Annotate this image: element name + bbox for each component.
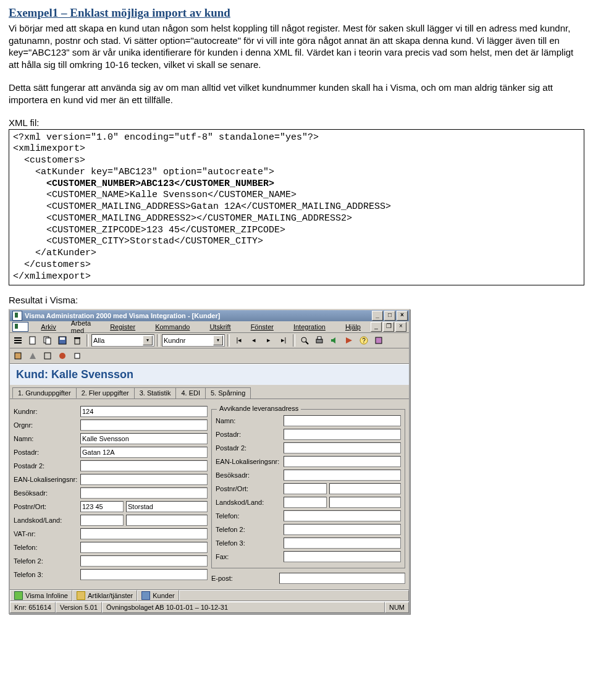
svg-rect-23 [75, 353, 80, 358]
ean-field[interactable] [80, 474, 208, 485]
r-landkod-field[interactable] [284, 497, 327, 508]
tel-label: Telefon: [14, 544, 80, 551]
r-fax-label: Fax: [216, 553, 284, 560]
namn-label: Namn: [14, 435, 80, 442]
menu-arkiv[interactable]: Arkiv [31, 323, 65, 331]
svg-rect-18 [376, 337, 382, 344]
r-tel2-field[interactable] [284, 524, 401, 535]
print-icon[interactable] [313, 334, 326, 347]
tool2-icon5[interactable] [70, 349, 84, 363]
chevron-down-icon: ▾ [213, 335, 223, 345]
r-ort-field[interactable] [329, 483, 401, 494]
tab-sparning[interactable]: 5. Spårning [205, 387, 251, 398]
list-icon[interactable] [11, 334, 25, 347]
land-field[interactable] [126, 515, 208, 526]
minimize-button[interactable]: _ [372, 311, 383, 321]
section-heading: Exempel1 – Enklast möjliga import av kun… [9, 6, 584, 20]
r-tel2-label: Telefon 2: [216, 526, 284, 533]
orgnr-field[interactable] [80, 420, 208, 431]
tel2-field[interactable] [80, 555, 208, 567]
help-icon[interactable]: ? [357, 334, 371, 347]
last-icon[interactable]: ▸| [277, 334, 290, 347]
r-namn-field[interactable] [284, 415, 401, 426]
next-icon[interactable]: ▸ [262, 334, 275, 347]
menu-kommando[interactable]: Kommando [145, 323, 200, 331]
tab-edi[interactable]: 4. EDI [175, 387, 206, 398]
r-besok-field[interactable] [284, 470, 401, 481]
status-knr: Knr: 651614 [10, 602, 56, 613]
tab-statistik[interactable]: 3. Statistik [134, 387, 177, 398]
prev-icon[interactable]: ◂ [247, 334, 261, 347]
search-icon[interactable] [298, 334, 311, 347]
mdi-minimize-button[interactable]: _ [371, 322, 382, 332]
delete-icon[interactable] [70, 334, 84, 347]
r-postadr-field[interactable] [284, 429, 401, 440]
status-tab-kunder[interactable]: Kunder [137, 590, 179, 601]
menu-hjalp[interactable]: Hjälp [335, 323, 371, 331]
record-title: Kund: Kalle Svensson [10, 364, 409, 385]
r-tel-field[interactable] [284, 510, 401, 521]
tel3-field[interactable] [80, 569, 208, 580]
postnr-field[interactable]: 123 45 [80, 501, 124, 512]
ort-field[interactable]: Storstad [126, 501, 208, 512]
r-epost-label: E-post: [211, 575, 279, 582]
postadr-field[interactable]: Gatan 12A [80, 447, 208, 458]
tool2-icon4[interactable] [56, 349, 69, 363]
postadr2-field[interactable] [80, 460, 208, 471]
sort-combo[interactable]: Kundnr▾ [162, 334, 225, 347]
tool2-icon1[interactable] [11, 349, 25, 363]
svg-rect-13 [318, 337, 321, 339]
tool2-icon3[interactable] [41, 349, 54, 363]
group-label: Avvikande leveransadress [217, 405, 301, 412]
status-spacer [179, 590, 409, 601]
left-column: Kundnr:124 Orgnr: Namn:Kalle Svensson Po… [14, 405, 208, 586]
svg-rect-2 [14, 342, 22, 344]
maximize-button[interactable]: □ [384, 311, 395, 321]
besok-field[interactable] [80, 487, 208, 499]
mdi-close-button[interactable]: × [395, 322, 406, 332]
xml-code-block: <?xml version="1.0" encoding="utf-8" sta… [9, 129, 584, 286]
r-ean-field[interactable] [284, 456, 401, 467]
statusbar-tabs: Visma Infoline Artiklar/tjänster Kunder [10, 589, 409, 601]
tel-field[interactable] [80, 542, 208, 553]
tab-grunduppgifter[interactable]: 1. Grunduppgifter [12, 387, 77, 398]
r-epost-field[interactable] [279, 573, 405, 584]
book-icon[interactable] [372, 334, 385, 347]
status-tab-artiklar[interactable]: Artiklar/tjänster [72, 590, 137, 601]
vat-field[interactable] [80, 528, 208, 539]
r-land-field[interactable] [329, 497, 401, 508]
menu-arbeta-med[interactable]: Arbeta med [66, 319, 100, 335]
menu-utskrift[interactable]: Utskrift [200, 323, 240, 331]
r-land-label: Landskod/Land: [216, 499, 284, 506]
first-icon[interactable]: |◂ [232, 334, 246, 347]
mdi-restore-button[interactable]: ❐ [383, 322, 394, 332]
xml-file-label: XML fil: [9, 117, 584, 129]
svg-point-22 [59, 353, 65, 359]
r-postadr2-field[interactable] [284, 442, 401, 453]
menu-fonster[interactable]: Fönster [241, 323, 284, 331]
sound-icon[interactable] [327, 334, 341, 347]
r-tel3-field[interactable] [284, 538, 401, 549]
filter-combo[interactable]: Alla▾ [91, 334, 154, 347]
new-icon[interactable] [26, 334, 40, 347]
landkod-field[interactable] [80, 515, 124, 526]
r-postnr-field[interactable] [284, 483, 327, 494]
menu-integration[interactable]: Integration [284, 323, 335, 331]
status-tab-infoline[interactable]: Visma Infoline [10, 590, 72, 601]
copy-icon[interactable] [41, 334, 54, 347]
arrow-icon[interactable] [342, 334, 356, 347]
delivery-address-group: Avvikande leveransadress Namn: Postadr: … [211, 409, 405, 568]
tool2-icon2[interactable] [26, 349, 40, 363]
close-button[interactable]: × [397, 311, 408, 321]
tab-fler-uppgifter[interactable]: 2. Fler uppgifter [76, 387, 135, 398]
save-icon[interactable] [56, 334, 69, 347]
window-title: Visma Administration 2000 med Visma Inte… [25, 312, 220, 319]
namn-field[interactable]: Kalle Svensson [80, 433, 208, 444]
r-postadr-label: Postadr: [216, 431, 284, 438]
postadr2-label: Postadr 2: [14, 462, 80, 470]
kundnr-field[interactable]: 124 [80, 406, 208, 417]
r-fax-field[interactable] [284, 551, 401, 562]
menu-register[interactable]: Register [100, 323, 145, 331]
tel2-label: Telefon 2: [14, 557, 80, 565]
r-ean-label: EAN-Lokaliseringsnr: [216, 458, 284, 465]
